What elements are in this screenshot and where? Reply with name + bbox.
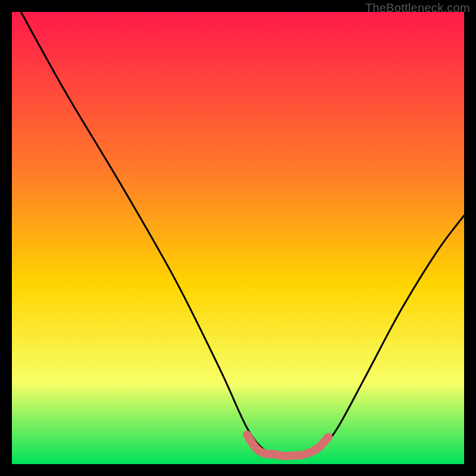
plot-area <box>12 12 464 464</box>
chart-frame: TheBottleneck.com <box>0 0 476 476</box>
gradient-background <box>12 12 464 464</box>
watermark-text: TheBottleneck.com <box>365 1 470 15</box>
chart-svg <box>12 12 464 464</box>
